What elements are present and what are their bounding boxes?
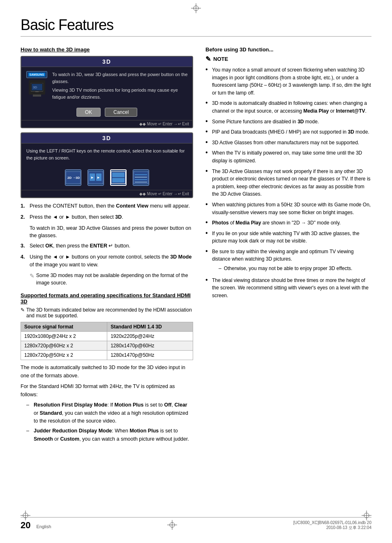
section1-title: How to watch the 3D image (21, 46, 193, 53)
right-bullet-8-text: When watching pictures from a 50Hz 3D so… (212, 201, 371, 216)
page: Basic Features How to watch the 3D image… (0, 0, 392, 543)
footer-date: 2010-08-13 오후 3:22:04 (293, 525, 371, 531)
right-bullet-7: • The 3D Active Glasses may not work pro… (205, 168, 371, 198)
bullet-judder: – Judder Reduction Display Mode: When Mo… (26, 427, 193, 443)
sub-dash-icon: – (219, 265, 221, 273)
section2-note-pencil: ✎ (21, 307, 25, 319)
table-row: 1280x720p@50Hz x 2 1280x1470p@50Hz (21, 351, 193, 360)
bullet-dot-icon: • (205, 168, 209, 198)
page-number: 20 (21, 520, 30, 531)
step2-num: 2. (21, 213, 27, 221)
samsung-logo: SAMSUNG (28, 73, 46, 76)
right-bullet-1-text: You may notice a small amount of screen … (212, 66, 371, 97)
section2-title: Supported formats and operating specific… (21, 292, 193, 305)
dialog1-text2: Viewing 3D TV motion pictures for long p… (52, 87, 188, 100)
bullet-dot-icon: • (205, 118, 209, 126)
right-bullets-list: • You may notice a small amount of scree… (205, 66, 371, 299)
resolution-bullets: – Resolution First Display Mode: If Moti… (26, 401, 193, 443)
dialog2-header: 3D (21, 133, 192, 143)
footer-center (167, 520, 177, 531)
note-header: ✎ NOTE (205, 55, 371, 63)
right-section-title: Before using 3D function... (205, 46, 371, 53)
bullet-resolution: – Resolution First Display Mode: If Moti… (26, 401, 193, 425)
step2-indent: To watch in 3D, wear 3D Active Glasses a… (30, 224, 193, 240)
table-cell: 1280x720p@60Hz x 2 (21, 341, 107, 351)
section2-note-text: The 3D formats indicated below are recom… (26, 307, 193, 319)
svg-rect-17 (112, 173, 125, 177)
body-text-1: The mode is automatically switched to 3D… (21, 363, 193, 380)
table-row: 1920x1080p@24Hz x 2 1920x2205p@24Hz (21, 332, 193, 341)
step-1: 1. Press the CONTENT button, then the Co… (21, 202, 193, 210)
mode-icon-tb (110, 169, 127, 186)
right-bullet-2: • 3D mode is automatically disabled in f… (205, 99, 371, 115)
bullet-dot-icon: • (205, 149, 209, 164)
right-bullet-4: • PIP and Data broadcasts (MHEG / MHP) a… (205, 128, 371, 136)
note-label: NOTE (213, 56, 228, 62)
dialog2-instruction: Using the LEFT / RIGHT keys on the remot… (21, 143, 192, 165)
section2-note: ✎ The 3D formats indicated below are rec… (21, 307, 193, 319)
note-pencil-right-icon: ✎ (205, 55, 211, 63)
table-cell: 1280x1470p@60Hz (107, 341, 193, 351)
step-4: 4. Using the ◄ or ► buttons on your remo… (21, 253, 193, 269)
footer-file: [UC8000_XC]BN68-02697L-01L06.indb 20 (293, 520, 371, 525)
page-title: Basic Features (21, 16, 371, 37)
footer-language: English (36, 524, 51, 529)
cancel-button[interactable]: Cancel (105, 108, 137, 117)
right-column: Before using 3D function... ✎ NOTE • You… (205, 46, 371, 446)
dialog1-buttons: OK Cancel (21, 104, 192, 120)
table-cell: 1280x1470p@50Hz (107, 351, 193, 360)
right-bullet-5: • 3D Active Glasses from other manufactu… (205, 139, 371, 147)
svg-text:2D: 2D (67, 176, 71, 180)
tv-icon: 3D (29, 80, 45, 95)
bullet-dot-icon: • (205, 139, 209, 147)
bullet-dot-icon: • (205, 219, 209, 227)
dialog1-nav: ◆◆ Move ↵ Enter →↵ Exit (21, 120, 192, 127)
table-header-hdmi: Standard HDMI 1.4 3D (107, 322, 193, 332)
right-section-title-text: Before using 3D function... (205, 46, 273, 53)
specs-table: Source signal format Standard HDMI 1.4 3… (21, 322, 193, 360)
right-bullet-6: • When the TV is initially powered on, m… (205, 149, 371, 164)
right-bullet-8: • When watching pictures from a 50Hz 3D … (205, 201, 371, 216)
right-bullet-9-text: Photos of Media Play are shown in "2D → … (212, 219, 341, 227)
step3-text: Select OK, then press the ENTER ↵ button… (30, 242, 130, 250)
crosshair-mark (191, 3, 201, 13)
right-bullet-12-text: The ideal viewing distance should be thr… (212, 277, 371, 300)
dialog2-nav: ◆◆ Move ↵ Enter →↵ Exit (21, 190, 192, 197)
note-pencil-icon: ✎ (30, 272, 35, 287)
step3-num: 3. (21, 242, 27, 250)
right-bullet-11: • Be sure to stay within the viewing ang… (205, 248, 371, 274)
table-header-source: Source signal format (21, 322, 107, 332)
bullet-dot-icon: • (205, 128, 209, 136)
bullet-judder-text: Judder Reduction Display Mode: When Moti… (34, 427, 193, 443)
svg-rect-18 (112, 178, 125, 183)
right-bullet-6-text: When the TV is initially powered on, may… (212, 149, 371, 164)
bullet-dot-icon: • (205, 277, 209, 300)
right-bullet-3-text: Some Picture functions are disabled in 3… (212, 118, 319, 126)
ok-button[interactable]: OK (76, 108, 101, 117)
dash-icon: – (26, 401, 31, 425)
step4-note: ✎ Some 3D modes may not be available dep… (30, 272, 193, 287)
svg-rect-5 (35, 91, 39, 92)
table-cell: 1280x720p@50Hz x 2 (21, 351, 107, 360)
right-bullet-7-text: The 3D Active Glasses may not work prope… (212, 168, 371, 198)
dialog1-header: 3D (21, 57, 192, 67)
right-bullet-4-text: PIP and Data broadcasts (MHEG / MHP) are… (212, 128, 369, 136)
dialog-box-2: 3D Using the LEFT / RIGHT keys on the re… (21, 132, 193, 198)
step1-num: 1. (21, 202, 27, 210)
step1-text: Press the CONTENT button, then the Conte… (30, 202, 190, 210)
body-text-2: For the Standard HDMI 3D format with 24H… (21, 382, 193, 399)
step4-text: Using the ◄ or ► buttons on your remote … (30, 253, 193, 269)
bullet-dot-icon: • (205, 230, 209, 245)
mode-icon-sbs1: ▶ ▶ (88, 169, 104, 186)
right-bullet-3: • Some Picture functions are disabled in… (205, 118, 371, 126)
table-body: 1920x1080p@24Hz x 2 1920x2205p@24Hz 1280… (21, 332, 193, 360)
footer-right: [UC8000_XC]BN68-02697L-01L06.indb 20 201… (293, 520, 371, 531)
dash-icon-2: – (26, 427, 31, 443)
bullet-dot-icon: • (205, 248, 209, 274)
svg-text:3D: 3D (76, 176, 80, 180)
right-bullet-2-text: 3D mode is automatically disabled in fol… (212, 99, 371, 115)
mode-icon-line (133, 169, 149, 186)
steps-section: 1. Press the CONTENT button, then the Co… (21, 202, 193, 287)
footer-left: 20 English (21, 520, 51, 531)
bullet-dot-icon: • (205, 66, 209, 97)
